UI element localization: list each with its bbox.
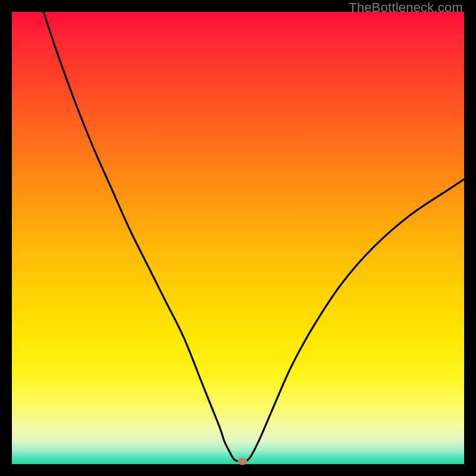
bottleneck-curve xyxy=(43,12,464,462)
plot-area xyxy=(12,12,464,464)
watermark-text: TheBottleneck.com xyxy=(349,0,463,15)
chart-frame: TheBottleneck.com xyxy=(0,0,476,476)
curve-layer xyxy=(12,12,464,464)
minimum-marker xyxy=(238,458,248,465)
